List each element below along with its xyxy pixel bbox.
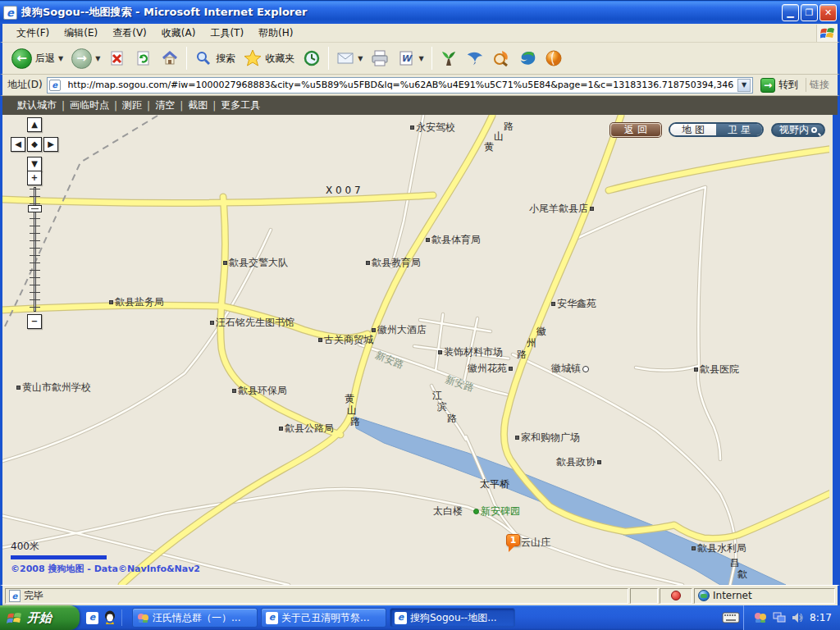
zoom-in-button[interactable]: + [27,171,42,185]
map-label: 路 [447,413,457,424]
map-tool-item[interactable]: 更多工具 [216,98,265,112]
pan-left-button[interactable]: ◀ [11,137,25,152]
search-icon [194,49,212,67]
menu-item[interactable]: 收藏(A) [154,24,203,43]
return-button[interactable]: 返 回 [610,123,661,137]
edit-word-button[interactable]: W ▼ [393,48,427,69]
map-copyright: ©2008 搜狗地图 - Data©NavInfo&Nav2 [11,563,200,575]
forward-button[interactable]: → ▼ [67,47,104,71]
taskbar: 开始 e 汪氏情总群（一）...e关于己丑清明节祭...e搜狗Sogou--地图… [0,605,840,630]
map-label: 永安驾校 [410,122,455,133]
map-label: 太白楼 [433,506,463,517]
map-label: 汪石铭先生图书馆 [210,317,294,328]
map-label: 新安碑园 [473,506,520,517]
menu-item[interactable]: 编辑(E) [57,24,105,43]
go-button[interactable]: → 转到 [757,77,801,94]
zone-text: Internet [713,590,752,601]
map-label: 黄 [484,142,494,153]
magnifier-icon [811,127,817,133]
plugin-zoom-button[interactable] [488,48,514,69]
mail-button[interactable]: ▼ [332,48,367,69]
taskbar-task[interactable]: e关于己丑清明节祭... [261,608,386,628]
map-label: 州 [527,338,536,349]
menu-item[interactable]: 帮助(H) [251,24,300,43]
quick-qq-icon[interactable] [103,610,116,625]
quick-ie-icon[interactable]: e [86,612,98,624]
pan-down-button[interactable]: ▼ [27,157,42,171]
map-tool-item[interactable]: 默认城市 [12,98,62,112]
windows-flag-icon [7,609,23,626]
zoom-out-button[interactable]: − [27,314,42,329]
plugin-sogou-button[interactable] [514,48,541,69]
tray-network-icon[interactable] [773,612,786,623]
back-button[interactable]: ← 后退▼ [7,47,67,71]
start-button[interactable]: 开始 [0,605,80,630]
favorites-button[interactable]: 收藏夹 [240,48,299,69]
menu-item[interactable]: 文件(F) [9,24,57,43]
tray-qq-icon[interactable] [754,611,767,624]
map-label: 路 [504,121,514,132]
map-tool-item[interactable]: 截图 [183,98,212,112]
address-dropdown-button[interactable]: ▼ [737,79,751,92]
window-title: 搜狗Sogou--地图搜索 - Microsoft Internet Explo… [21,5,780,20]
map-tool-item[interactable]: 测距 [117,98,147,112]
satellite-mode-button[interactable]: 卫 星 [716,124,762,137]
sogou-icon [518,49,536,67]
ie-window: e 搜狗Sogou--地图搜索 - Microsoft Internet Exp… [0,0,840,630]
taskbar-task[interactable]: 汪氏情总群（一）... [132,608,258,628]
zoom-slider[interactable] [28,187,42,312]
status-text: 完毕 [24,589,43,603]
refresh-button[interactable] [130,48,157,69]
address-input[interactable]: e http://map.sogou.com/#iw=1000027968883… [47,77,753,94]
bird-icon [466,49,484,67]
map-label: 小尾羊歙县店 [529,203,594,214]
map-tool-item[interactable]: 画临时点 [65,98,114,112]
map-canvas[interactable]: 永安驾校路山黄X 0 0 7小尾羊歙县店歙县体育局歙县教育局歙县交警大队歙县盐务… [0,115,840,585]
history-icon [303,49,321,67]
history-button[interactable] [299,48,325,69]
maximize-button[interactable]: ❐ [801,4,818,21]
menu-item[interactable]: 查看(V) [105,24,154,43]
map-label: 歙县医院 [694,364,739,375]
plugin-bird-button[interactable] [462,48,488,69]
map-view-controls: 返 回 地 图 卫 星 视野内 [610,122,825,137]
title-bar: e 搜狗Sogou--地图搜索 - Microsoft Internet Exp… [0,0,840,24]
map-label: 太平桥 [480,479,509,490]
stop-button[interactable] [104,48,130,69]
system-tray: 8:17 [743,605,840,630]
search-button[interactable]: 搜索 [190,48,240,69]
task-ie-icon: e [266,612,278,624]
pan-up-button[interactable]: ▲ [27,117,42,132]
home-icon [161,49,179,67]
map-tool-item[interactable]: 清空 [150,98,180,112]
close-button[interactable]: ✕ [819,4,837,21]
security-icon [671,591,681,600]
map-mode-button[interactable]: 地 图 [670,124,716,137]
map-label: 歙县盐务局 [109,297,164,308]
plugin-browser-button[interactable] [541,48,567,69]
map-label: 歙县体育局 [426,235,481,245]
zoom-slider-handle[interactable] [28,205,42,212]
home-button[interactable] [157,48,183,69]
keyboard-indicator[interactable] [722,605,740,630]
favorites-star-icon [244,49,262,67]
pan-right-button[interactable]: ▶ [43,137,58,152]
result-marker-1[interactable]: 1 [506,534,520,546]
plugin-plant-button[interactable] [436,48,462,69]
task-ie-icon: e [395,612,407,624]
quick-launch: e [80,605,129,630]
svg-text:W: W [401,53,413,64]
scale-text: 400米 [11,540,200,554]
print-button[interactable] [367,48,393,69]
pan-center-button[interactable]: ◆ [27,137,42,152]
search-in-view-button[interactable]: 视野内 [771,123,825,137]
menu-item[interactable]: 工具(T) [203,24,251,43]
tray-volume-icon[interactable] [792,612,804,623]
mail-icon [336,49,354,67]
map-label: 徽州大酒店 [372,325,427,336]
taskbar-task[interactable]: e搜狗Sogou--地图... [390,608,515,628]
links-label[interactable]: 链接 [806,78,833,92]
minimize-button[interactable]: ▁ [782,4,799,21]
status-security-pane [660,588,692,604]
map-label: 徽州花苑 [468,363,513,374]
